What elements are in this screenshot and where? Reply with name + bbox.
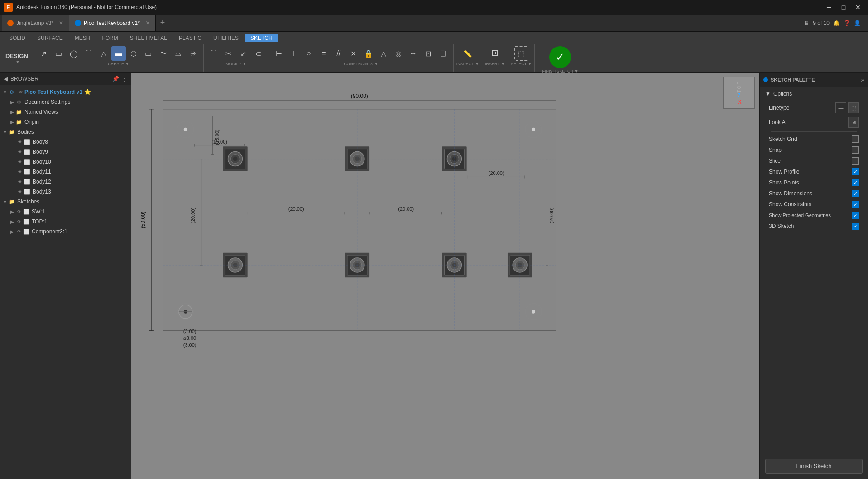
maximize-button[interactable]: □ (837, 1, 850, 14)
sketch-3d-checkbox[interactable] (852, 223, 859, 230)
tree-item-root[interactable]: ▼ ⚙ 👁 Pico Test Keyboard v1 ⭐ (0, 87, 131, 97)
linetype-solid-icon[interactable]: — (835, 102, 846, 113)
constraint-6[interactable]: ✕ (346, 46, 361, 61)
eye-body12[interactable]: 👁 (16, 178, 24, 185)
constraint-12[interactable]: ⌸ (436, 46, 451, 61)
insert-btn[interactable]: 🖼 (488, 46, 502, 61)
minimize-button[interactable]: ─ (823, 1, 835, 14)
constraint-2[interactable]: ⊥ (287, 46, 301, 61)
slot-tool[interactable]: ▭ (141, 46, 156, 61)
select-btn[interactable]: ⬚ (514, 46, 528, 61)
spline-tool[interactable]: 〜 (156, 46, 171, 61)
conic-tool[interactable]: ⌓ (171, 46, 186, 61)
tree-item-body8[interactable]: 👁 ⬜ Body8 (0, 137, 131, 147)
eye-body9[interactable]: 👁 (16, 148, 24, 155)
show-projected-checkbox[interactable] (852, 212, 859, 219)
tab-close-2[interactable]: ✕ (145, 20, 150, 26)
browser-menu-icon[interactable]: ⋮ (122, 76, 127, 82)
constraint-5[interactable]: // (331, 46, 346, 61)
tab-form[interactable]: FORM (96, 34, 123, 42)
break-tool[interactable]: ⊂ (251, 46, 266, 61)
browser-pin-icon[interactable]: 📌 (112, 76, 119, 82)
tree-item-sketches[interactable]: ▼ 📁 Sketches (0, 197, 131, 207)
tab-utilities[interactable]: UTILITIES (208, 34, 244, 42)
slice-checkbox[interactable] (852, 157, 859, 165)
tree-item-top1[interactable]: ▶ 👁 ⬜ TOP:1 (0, 217, 131, 227)
window-controls[interactable]: ─ □ ✕ (823, 1, 864, 14)
tree-item-bodies[interactable]: ▼ 📁 Bodies (0, 127, 131, 137)
constraint-11[interactable]: ⊡ (421, 46, 436, 61)
rectangle-2-tool[interactable]: ▬ (111, 46, 126, 61)
show-profile-checkbox[interactable] (852, 168, 859, 175)
constraint-1[interactable]: ⊢ (272, 46, 286, 61)
close-button[interactable]: ✕ (852, 1, 864, 14)
constraint-3[interactable]: ○ (302, 46, 316, 61)
linetype-other-icon[interactable]: ⬚ (848, 102, 859, 113)
tab-pico[interactable]: Pico Test Keyboard v1* ✕ (69, 15, 156, 31)
app-title: Autodesk Fusion 360 (Personal - Not for … (16, 4, 157, 10)
palette-expand-icon[interactable]: » (861, 76, 864, 83)
tab-solid[interactable]: SOLID (4, 34, 31, 42)
constraint-7[interactable]: 🔒 (361, 46, 376, 61)
svg-point-29 (228, 152, 243, 166)
constraints-label: CONSTRAINTS ▼ (344, 62, 378, 66)
fillet-tool[interactable]: ⌒ (206, 46, 221, 61)
tree-item-body9[interactable]: 👁 ⬜ Body9 (0, 147, 131, 157)
tree-item-body10[interactable]: 👁 ⬜ Body10 (0, 157, 131, 167)
viewport[interactable]: (90.00) (50.00) (15.00) (131, 73, 759, 479)
eye-body11[interactable]: 👁 (16, 168, 24, 175)
tree-item-body12[interactable]: 👁 ⬜ Body12 (0, 177, 131, 187)
lookat-icon[interactable]: 🖥 (848, 117, 859, 128)
show-constraints-checkbox[interactable] (852, 201, 859, 208)
tab-plastic[interactable]: PLASTIC (173, 34, 207, 42)
circle-tool[interactable]: ◯ (67, 46, 81, 61)
sketch-grid-checkbox[interactable] (852, 135, 859, 143)
constraint-9[interactable]: ◎ (391, 46, 406, 61)
tab-close-1[interactable]: ✕ (59, 20, 63, 26)
design-button[interactable]: DESIGN ▼ (0, 44, 34, 72)
linetype-control[interactable]: — ⬚ (835, 102, 859, 113)
tab-mesh[interactable]: MESH (69, 34, 96, 42)
tab-sheetmetal[interactable]: SHEET METAL (125, 34, 173, 42)
finish-sketch-button[interactable]: Finish Sketch (765, 459, 863, 474)
trim-tool[interactable]: ✂ (221, 46, 236, 61)
tree-item-namedviews[interactable]: ▶ 📁 Named Views (0, 107, 131, 117)
lookat-control[interactable]: 🖥 (848, 117, 859, 128)
tree-item-sw1[interactable]: ▶ 👁 ⬜ SW:1 (0, 207, 131, 217)
eye-body10[interactable]: 👁 (16, 158, 24, 165)
tab-add-button[interactable]: + (156, 15, 169, 31)
ellipse-tool[interactable]: ⬡ (126, 46, 141, 61)
tab-jinglelamp[interactable]: JingleLamp v3* ✕ (2, 15, 69, 31)
constraint-10[interactable]: ↔ (406, 46, 421, 61)
show-points-checkbox[interactable] (852, 179, 859, 186)
point-tool[interactable]: ✳ (186, 46, 201, 61)
nav-cube[interactable]: TOP Z X (723, 77, 755, 109)
constraint-8[interactable]: △ (376, 46, 391, 61)
tree-item-origin[interactable]: ▶ 📁 Origin (0, 117, 131, 127)
palette-options-header[interactable]: ▼ Options (765, 91, 863, 97)
eye-body8[interactable]: 👁 (16, 138, 24, 145)
tree-item-comp3[interactable]: ▶ 👁 ⬜ Component3:1 (0, 227, 131, 237)
line-tool[interactable]: ↗ (37, 46, 51, 61)
rectangle-tool[interactable]: ▭ (52, 46, 66, 61)
eye-top1[interactable]: 👁 (15, 218, 23, 225)
constraint-4[interactable]: = (317, 46, 331, 61)
tree-item-docsettings[interactable]: ▶ ⚙ Document Settings (0, 97, 131, 107)
tab-surface[interactable]: SURFACE (32, 34, 68, 42)
polygon-tool[interactable]: △ (96, 46, 111, 61)
extend-tool[interactable]: ⤢ (236, 46, 251, 61)
svg-point-31 (233, 157, 238, 161)
tab-sketch[interactable]: SKETCH (245, 34, 278, 42)
snap-checkbox[interactable] (852, 146, 859, 154)
eye-comp3[interactable]: 👁 (15, 228, 23, 235)
show-dimensions-checkbox[interactable] (852, 190, 859, 197)
eye-icon-root[interactable]: 👁 (17, 88, 24, 96)
browser-collapse-icon[interactable]: ◀ (4, 76, 8, 82)
tree-item-body11[interactable]: 👁 ⬜ Body11 (0, 167, 131, 177)
arc-tool[interactable]: ⌒ (82, 46, 96, 61)
finish-sketch-toolbar-btn[interactable]: ✓ (549, 46, 571, 68)
tree-item-body13[interactable]: 👁 ⬜ Body13 (0, 187, 131, 197)
eye-sw1[interactable]: 👁 (15, 208, 23, 215)
inspect-btn[interactable]: 📏 (460, 46, 475, 61)
eye-body13[interactable]: 👁 (16, 188, 24, 195)
